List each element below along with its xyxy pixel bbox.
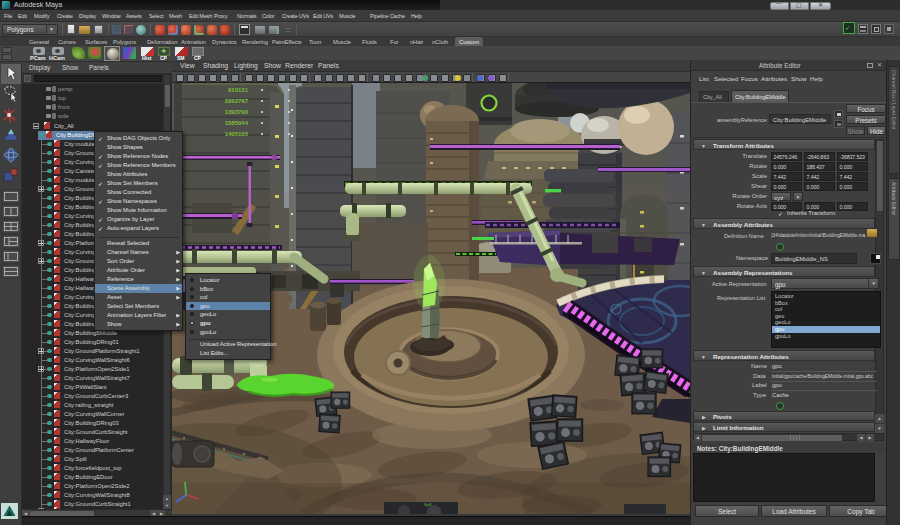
- svg-text:1393790: 1393790: [225, 109, 249, 115]
- svg-text:Spill: Spill: [424, 503, 431, 507]
- svg-text:2202767: 2202767: [225, 98, 249, 104]
- svg-text:910131: 910131: [228, 87, 249, 93]
- svg-text:1585044: 1585044: [225, 120, 249, 126]
- svg-text:1405105: 1405105: [225, 131, 249, 137]
